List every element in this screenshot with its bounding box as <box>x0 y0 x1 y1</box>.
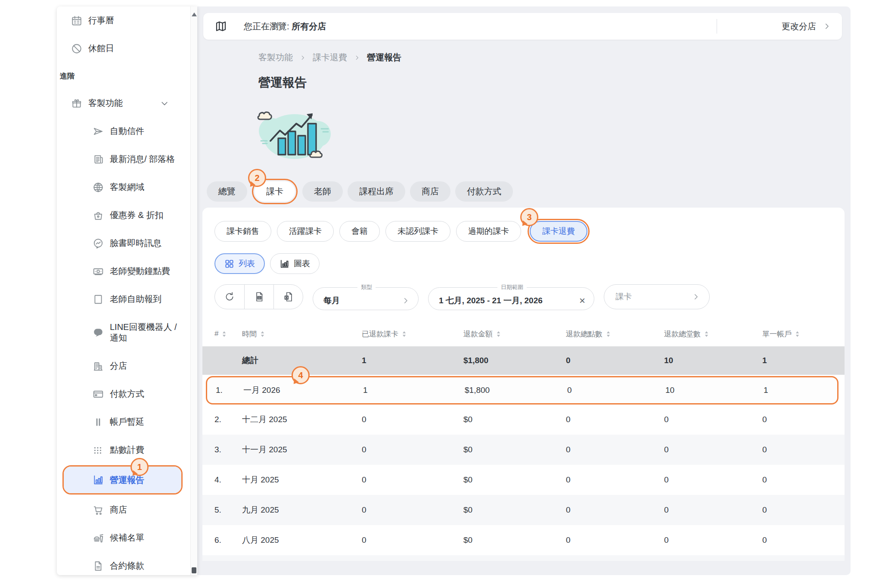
row-refund-points: 0 <box>566 475 664 485</box>
sidebar-scrollbar[interactable] <box>190 6 197 575</box>
sidebar-item-teacher-hourly-rate[interactable]: 老師變動鐘點費 <box>57 257 190 285</box>
sidebar-item-teacher-self-checkin[interactable]: 老師自助報到 <box>57 285 190 313</box>
card-filter-select[interactable]: 課卡 <box>604 284 710 309</box>
row-time: 九月 2025 <box>242 504 362 516</box>
send-icon <box>93 126 104 137</box>
app-window: 行事曆 休館日 進階 客製功能 自動信件 最新消息/ 部落格 <box>0 0 882 588</box>
sidebar-item-shop[interactable]: 商店 <box>57 496 190 524</box>
sidebar-item-payment-methods[interactable]: 付款方式 <box>57 380 190 408</box>
sidebar-item-label: 付款方式 <box>110 389 144 399</box>
row-time: 十一月 2025 <box>242 444 362 455</box>
sidebar-item-auto-mail[interactable]: 自動信件 <box>57 117 190 145</box>
calendar-icon <box>71 15 82 26</box>
change-branch-button[interactable]: 更改分店 <box>782 21 831 32</box>
csv-file-icon <box>254 291 265 302</box>
building-icon <box>93 361 104 372</box>
date-range-value: 1 七月, 2025 - 21 一月, 2026 <box>439 295 543 306</box>
sidebar-item-points-billing[interactable]: 點數計費 <box>57 436 190 464</box>
sort-icon <box>606 331 611 337</box>
subtab-expired-cards[interactable]: 過期的課卡 <box>456 221 521 242</box>
row-index: 2. <box>214 415 242 424</box>
sidebar-item-facebook-messenger[interactable]: 臉書即時訊息 <box>57 229 190 257</box>
banner-divider <box>717 19 717 34</box>
col-refund-amount[interactable]: 退款金額 <box>463 329 566 339</box>
tab-attendance[interactable]: 課程出席 <box>348 181 405 202</box>
col-refund-sessions[interactable]: 退款總堂數 <box>664 329 762 339</box>
current-branch: 所有分店 <box>292 22 326 31</box>
row-refunded-cards: 0 <box>362 415 463 424</box>
list-view-button[interactable]: 列表 <box>214 253 265 274</box>
clear-date-icon[interactable]: × <box>579 296 585 306</box>
sidebar-item-operation-reports[interactable]: 營運報告 <box>64 467 181 493</box>
annotation-badge-1: 1 <box>130 458 149 476</box>
sidebar-section-advanced: 進階 <box>57 62 190 89</box>
subtab-card-refund[interactable]: 課卡退費 <box>530 221 587 242</box>
sidebar-item-waitlist[interactable]: 候補名單 <box>57 524 190 552</box>
scroll-up-arrow-icon[interactable] <box>192 12 197 16</box>
chevron-right-icon <box>354 55 360 61</box>
col-index[interactable]: # <box>214 330 242 338</box>
tab-teachers[interactable]: 老師 <box>302 181 343 202</box>
annotation-badge-3: 3 <box>520 208 538 226</box>
sidebar-item-label: 優惠券 & 折扣 <box>110 210 163 221</box>
sidebar-item-label: LINE回覆機器人 / 通知 <box>110 322 187 343</box>
breadcrumb-custom-features[interactable]: 客製功能 <box>258 52 293 63</box>
subtab-membership[interactable]: 會籍 <box>339 221 380 242</box>
chevron-right-icon <box>692 293 700 301</box>
row-unique-accounts: 1 <box>764 386 837 395</box>
tab-shop[interactable]: 商店 <box>410 181 450 202</box>
pause-icon <box>93 417 104 428</box>
subtab-active-cards[interactable]: 活躍課卡 <box>277 221 334 242</box>
sort-icon <box>496 331 501 337</box>
sidebar-item-contract-terms[interactable]: 合約條款 <box>57 552 190 575</box>
subtab-unrecognized-cards[interactable]: 未認列課卡 <box>385 221 450 242</box>
sidebar-item-branches[interactable]: 分店 <box>57 352 190 380</box>
sidebar-item-label: 老師自助報到 <box>110 294 161 305</box>
dots-grid-icon <box>93 445 104 456</box>
gift-icon <box>71 98 82 109</box>
chart-view-button[interactable]: 圖表 <box>270 253 320 274</box>
table-row[interactable]: 3. 十一月 2025 0 $0 0 0 0 <box>202 435 845 465</box>
sidebar-item-account-suspension[interactable]: 帳戶暫延 <box>57 408 190 436</box>
export-csv-button[interactable] <box>244 285 273 309</box>
date-range-picker[interactable]: 日期範圍 1 七月, 2025 - 21 一月, 2026 × <box>428 283 594 310</box>
col-refunded-cards[interactable]: 已退款課卡 <box>362 329 463 339</box>
view-toggle: 列表 圖表 <box>214 253 845 274</box>
export-excel-button[interactable] <box>273 285 303 309</box>
sidebar-item-closed-days[interactable]: 休館日 <box>57 34 190 62</box>
col-refund-points[interactable]: 退款總點數 <box>566 329 664 339</box>
row-refund-amount: $0 <box>463 445 566 454</box>
subtab-card-sales[interactable]: 課卡銷售 <box>214 221 271 242</box>
sidebar-item-label: 客製網域 <box>110 182 144 193</box>
tab-overview[interactable]: 總覽 <box>207 181 247 202</box>
annotation-box-step2: 2 課卡 <box>252 179 298 204</box>
coupon-basket-icon <box>93 210 104 221</box>
col-time[interactable]: 時間 <box>242 329 362 339</box>
sidebar-item-coupons-discounts[interactable]: 優惠券 & 折扣 <box>57 201 190 229</box>
sidebar-item-label: 帳戶暫延 <box>110 417 144 427</box>
scroll-thumb[interactable] <box>192 567 196 573</box>
row-index: 4. <box>214 475 242 485</box>
row-refund-points: 0 <box>566 445 664 454</box>
sidebar-item-news-blog[interactable]: 最新消息/ 部落格 <box>57 145 190 173</box>
breadcrumb-card-refund[interactable]: 課卡退費 <box>313 52 347 63</box>
tab-payment-methods[interactable]: 付款方式 <box>455 181 513 202</box>
col-unique-accounts[interactable]: 單一帳戶 <box>762 329 845 339</box>
totals-unique-accounts: 1 <box>762 356 845 365</box>
table-row[interactable]: 5. 九月 2025 0 $0 0 0 0 <box>202 495 845 525</box>
sort-icon <box>260 331 265 337</box>
sidebar-item-calendar[interactable]: 行事曆 <box>57 6 190 34</box>
refresh-button[interactable] <box>215 285 244 309</box>
table-row[interactable]: 6. 八月 2025 0 $0 0 0 0 <box>202 525 845 555</box>
sidebar-item-custom-domain[interactable]: 客製網域 <box>57 173 190 201</box>
table-row[interactable]: 4. 十月 2025 0 $0 0 0 0 <box>202 465 845 495</box>
sidebar-item-label: 休館日 <box>88 43 114 54</box>
table-row[interactable]: 2. 十二月 2025 0 $0 0 0 0 <box>202 404 845 435</box>
sidebar-item-label: 最新消息/ 部落格 <box>110 154 175 165</box>
news-icon <box>93 154 104 165</box>
filter-toolbar: 類型 每月 日期範圍 1 七月, 2025 - 21 一月, 2026 × 課卡 <box>214 283 845 310</box>
sidebar-item-custom-features[interactable]: 客製功能 <box>57 89 190 117</box>
sidebar-item-line-bot[interactable]: LINE LINE回覆機器人 / 通知 <box>57 313 190 352</box>
type-select[interactable]: 類型 每月 <box>313 283 419 310</box>
branch-banner: 您正在瀏覽: 所有分店 更改分店 <box>203 13 842 40</box>
